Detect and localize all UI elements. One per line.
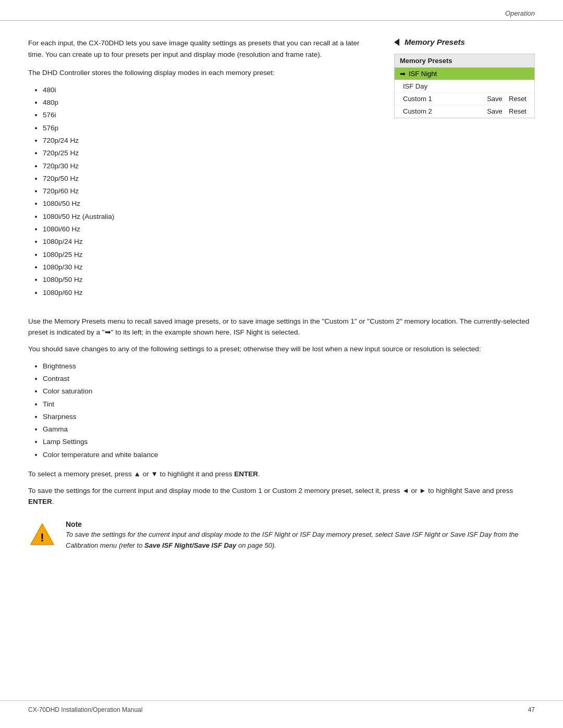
note-label: Note — [66, 520, 535, 528]
svg-text:!: ! — [40, 531, 44, 544]
list-item: 720p/24 Hz — [43, 134, 375, 147]
list-item: 1080i/60 Hz — [43, 223, 375, 236]
intro-paragraph: For each input, the CX-70DHD lets you sa… — [28, 38, 375, 60]
modes-intro-para: The DHD Controller stores the following … — [28, 67, 375, 79]
section-label: Operation — [505, 9, 535, 17]
note-bold-text: Save ISF Night/Save ISF Day — [144, 541, 236, 549]
note-box: ! Note To save the settings for the curr… — [28, 520, 535, 551]
footer-left: CX-70DHD Installation/Operation Manual — [28, 706, 142, 713]
note-text: To save the settings for the current inp… — [66, 529, 535, 551]
list-item: 1080i/50 Hz (Australia) — [43, 211, 375, 223]
list-item: 1080p/30 Hz — [43, 261, 375, 274]
triangle-left-icon — [394, 39, 399, 46]
list-item: Color saturation — [43, 385, 535, 398]
right-column: Memory Presets Memory Presets ➡ISF Night… — [394, 38, 535, 306]
list-item: Brightness — [43, 360, 535, 373]
list-item: Gamma — [43, 423, 535, 436]
list-item: 720p/50 Hz — [43, 172, 375, 185]
row-label: Custom 1 — [403, 95, 483, 103]
list-item: 1080p/25 Hz — [43, 249, 375, 261]
footer-right: 47 — [528, 706, 535, 713]
list-item: 1080p/24 Hz — [43, 236, 375, 248]
para3: You should save changes to any of the fo… — [28, 343, 535, 355]
list-item: Lamp Settings — [43, 436, 535, 448]
list-item: 720p/25 Hz — [43, 147, 375, 159]
memory-presets-title: Memory Presets — [405, 38, 465, 46]
row-arrow-icon: ➡ — [400, 70, 406, 78]
settings-list: BrightnessContrastColor saturationTintSh… — [43, 360, 535, 461]
table-row: ➡ISF Night — [395, 68, 534, 80]
para2: Use the Memory Presets menu to recall sa… — [28, 316, 535, 338]
para5: To save the settings for the current inp… — [28, 485, 535, 508]
table-rows-container: ➡ISF NightISF DayCustom 1SaveResetCustom… — [395, 68, 534, 118]
note-icon: ! — [28, 520, 56, 548]
row-label: Custom 2 — [403, 107, 483, 115]
table-row: Custom 1SaveReset — [395, 93, 534, 105]
row-save[interactable]: Save — [483, 107, 506, 115]
note-content: Note To save the settings for the curren… — [66, 520, 535, 551]
modes-list: 480i480p576i576p720p/24 Hz720p/25 Hz720p… — [43, 84, 375, 299]
row-label: ISF Night — [409, 70, 529, 78]
list-item: Contrast — [43, 373, 535, 385]
list-item: 1080p/50 Hz — [43, 274, 375, 286]
row-reset[interactable]: Reset — [506, 107, 529, 115]
list-item: 480i — [43, 84, 375, 96]
left-column: For each input, the CX-70DHD lets you sa… — [28, 38, 375, 306]
list-item: 576i — [43, 109, 375, 121]
memory-presets-table: Memory Presets ➡ISF NightISF DayCustom 1… — [394, 54, 535, 118]
main-content: For each input, the CX-70DHD lets you sa… — [0, 21, 563, 306]
list-item: Color temperature and white balance — [43, 449, 535, 461]
page-header: Operation — [0, 0, 563, 21]
list-item: Sharpness — [43, 411, 535, 423]
para4: To select a memory preset, press ▲ or ▼ … — [28, 468, 535, 480]
memory-presets-heading: Memory Presets — [394, 38, 535, 46]
row-save[interactable]: Save — [483, 95, 506, 103]
table-row: ISF Day — [395, 80, 534, 93]
row-reset[interactable]: Reset — [506, 95, 529, 103]
list-item: Tint — [43, 398, 535, 411]
warning-triangle-icon: ! — [30, 522, 55, 547]
row-label: ISF Day — [403, 82, 529, 90]
body-section: Use the Memory Presets menu to recall sa… — [0, 316, 563, 508]
enter-label-2: ENTER — [28, 498, 52, 505]
up-arrow-icon: ▲ — [134, 470, 141, 478]
list-item: 720p/30 Hz — [43, 160, 375, 172]
list-item: 1080i/50 Hz — [43, 198, 375, 210]
down-arrow-icon: ▼ — [151, 470, 157, 478]
list-item: 480p — [43, 96, 375, 109]
list-item: 1080p/60 Hz — [43, 287, 375, 299]
list-item: 576p — [43, 122, 375, 134]
table-header: Memory Presets — [395, 54, 534, 68]
page-footer: CX-70DHD Installation/Operation Manual 4… — [0, 700, 563, 713]
enter-label: ENTER — [234, 470, 258, 478]
table-row: Custom 2SaveReset — [395, 105, 534, 118]
list-item: 720p/60 Hz — [43, 185, 375, 198]
